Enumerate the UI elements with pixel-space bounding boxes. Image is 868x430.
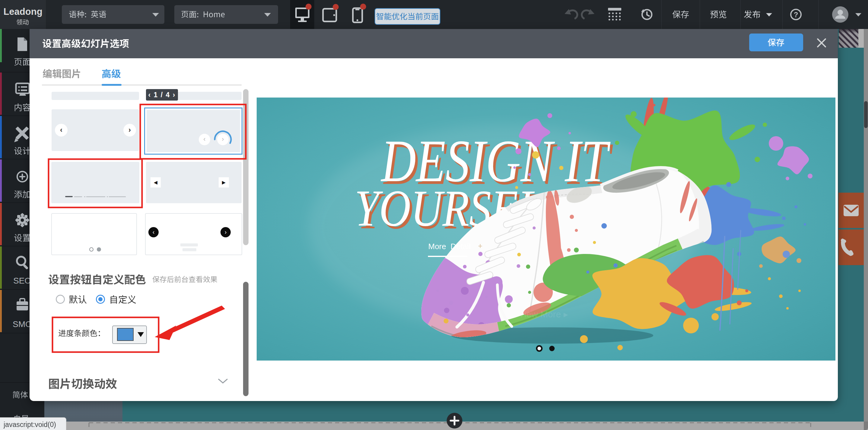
- svg-text:+: +: [478, 241, 483, 250]
- svg-text:More Detail: More Detail: [428, 242, 470, 251]
- svg-text:View More ▸: View More ▸: [519, 309, 568, 319]
